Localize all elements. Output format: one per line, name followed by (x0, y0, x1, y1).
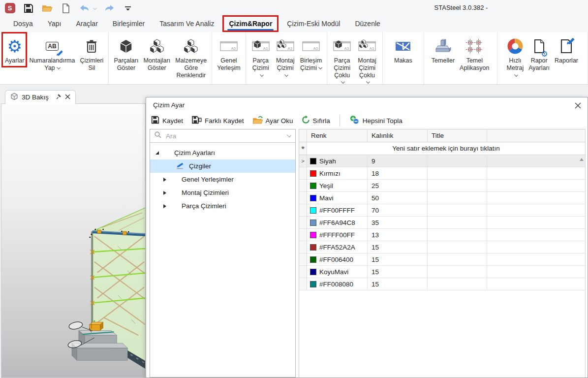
row-selector[interactable] (299, 253, 307, 265)
raporlar-button[interactable]: Raporlar (553, 34, 580, 65)
search-box[interactable] (150, 129, 295, 143)
app-logo-icon[interactable]: S (4, 2, 16, 14)
expander-open-icon[interactable] (155, 151, 159, 155)
farkli-kaydet-button[interactable]: Farklı Kaydet (191, 116, 244, 126)
column-header-renk[interactable]: Renk (307, 129, 368, 142)
montaj-cizimi-coklu-button[interactable]: A3 Montaj Çizimi Çoklu (355, 34, 379, 87)
a3-sheet-icon: A3 (302, 35, 320, 57)
parcalari-goster-button[interactable]: Parçaları Göster (112, 34, 140, 73)
ribbon-tab[interactable]: Araçlar (68, 16, 105, 32)
rapor-ayarlari-button[interactable]: ⚙ Rapor Ayarları (527, 34, 551, 73)
cizimleri-sil-button[interactable]: Çizimleri Sil (78, 34, 105, 73)
makas-button[interactable]: Makas (393, 34, 414, 65)
save-icon[interactable] (23, 2, 34, 14)
table-row[interactable]: #FFFF00FF 13 (299, 229, 585, 241)
tree-item-parca-cizimleri[interactable]: Parça Çizimleri (150, 199, 295, 213)
table-scrollbar-up-icon[interactable] (580, 158, 584, 161)
close-icon[interactable] (65, 94, 70, 101)
new-row[interactable]: Yeni satır eklemek için burayı tıklatın (299, 142, 585, 155)
hizli-metraj-button[interactable]: Hızlı Metraj (505, 34, 526, 80)
column-header-kalinlik[interactable]: Kalınlık (368, 129, 428, 142)
ribbon-tab[interactable]: Birleşimler (105, 16, 152, 32)
pin-icon[interactable] (56, 94, 62, 101)
parca-cizimi-coklu-button[interactable]: A3 Parça Çizimi Çoklu (331, 34, 353, 87)
table-row[interactable]: #FF006400 15 (299, 253, 585, 266)
title-cell (428, 278, 487, 290)
cube-a3-sheet-icon: A3 (332, 35, 352, 57)
customize-toolbar-icon[interactable] (122, 2, 134, 14)
montaj-cizimi-button[interactable]: A3 Montaj Çizimi (274, 34, 297, 80)
3d-viewport[interactable] (1, 103, 146, 378)
thickness-value: 25 (368, 182, 379, 189)
ribbon-tab[interactable]: Dosya (6, 16, 40, 32)
column-header-title[interactable]: Title (428, 129, 487, 142)
report-gear-icon: ⚙ (533, 35, 545, 57)
tab-3d-bakis[interactable]: 3D Bakış (5, 90, 76, 104)
temeller-button[interactable]: Temeller (430, 34, 456, 65)
ribbon-tab[interactable]: Yapı (40, 16, 69, 32)
row-selector[interactable] (299, 229, 307, 241)
row-selector[interactable] (299, 204, 307, 216)
undo-icon[interactable] (79, 2, 91, 14)
color-swatch (310, 244, 316, 251)
table-row[interactable]: #FF6A94C8 35 (299, 217, 585, 229)
montajlari-goster-button[interactable]: Montajları Göster (142, 34, 172, 73)
new-row-text[interactable]: Yeni satır eklemek için burayı tıklatın (307, 142, 585, 155)
temel-aplikasyon-button[interactable]: Temel Aplikasyon (458, 34, 491, 73)
row-selector[interactable] (299, 180, 307, 191)
ribbon-tab[interactable]: Çizim-Eski Modül (279, 16, 347, 32)
row-selector[interactable] (299, 192, 307, 204)
table-row[interactable]: Mavi 50 (299, 192, 585, 204)
expander-closed-icon[interactable] (163, 204, 166, 208)
ribbon-group-celik-cizim-tekli: A3 Parça Çizimi A3 Montaj Çizimi A3 Birl… (246, 32, 327, 84)
undo-dropdown-icon[interactable] (93, 5, 97, 9)
malzemeye-gore-renklendir-button[interactable]: Malzemeye Göre Renklendir (174, 34, 208, 80)
kaydet-button[interactable]: Kaydet (151, 116, 183, 126)
birlesim-cizimi-button[interactable]: A3 Birleşim Çizimi (299, 34, 323, 73)
empty-cell (487, 155, 585, 167)
ribbon-tab[interactable]: Tasarım Ve Analiz (152, 16, 221, 32)
redo-icon[interactable] (103, 2, 115, 14)
ribbon-tab[interactable]: Çizim&Rapor (221, 16, 279, 32)
table-row[interactable]: #FF008080 15 (299, 278, 585, 290)
row-selector[interactable] (299, 167, 307, 179)
row-selector[interactable] (299, 278, 307, 290)
title-cell (428, 229, 487, 241)
expander-closed-icon[interactable] (163, 191, 166, 195)
tree-item-cizgiler[interactable]: Çizgiler (150, 159, 295, 173)
table-row[interactable]: #FF00FFFF 70 (299, 204, 585, 217)
table-row[interactable]: KoyuMavi 15 (299, 266, 585, 278)
thickness-value: 50 (368, 194, 379, 202)
close-icon[interactable] (575, 102, 581, 111)
open-folder-icon[interactable] (41, 2, 53, 14)
numaralandirma-yap-button[interactable]: AB Numaralandırma Yap (28, 34, 76, 73)
row-selector[interactable] (299, 241, 307, 253)
table-row[interactable]: Siyah 9 (299, 155, 585, 167)
hepsini-topla-button[interactable]: Hepsini Topla (349, 115, 402, 126)
chevron-down-icon[interactable] (287, 133, 291, 137)
parca-cizimi-button[interactable]: A3 Parça Çizimi (249, 34, 272, 80)
sifirla-button[interactable]: Sıfırla (302, 116, 330, 126)
search-input[interactable] (166, 132, 283, 140)
ayar-oku-button[interactable]: Ayar Oku (252, 116, 293, 126)
ayarlar-button[interactable]: ⚙ Ayarlar (3, 34, 26, 65)
row-selector[interactable] (299, 266, 307, 278)
table-row[interactable]: #FFA52A2A 15 (299, 241, 585, 253)
cube-icon (119, 35, 133, 57)
row-selector[interactable] (299, 217, 307, 228)
table-row[interactable]: Kırmızı 18 (299, 167, 585, 180)
tree-item-genel-yerlesimler[interactable]: Genel Yerleşimler (150, 173, 295, 186)
ribbon-tab[interactable]: Düzenle (347, 16, 387, 32)
genel-yerlesim-button[interactable]: A3 Genel Yerleşim (216, 34, 242, 73)
tree-item-cizim-ayarlari[interactable]: Çizim Ayarları (150, 146, 295, 159)
expander-closed-icon[interactable] (163, 178, 166, 182)
ribbon-group-settings: ⚙ Ayarlar AB Numaralandırma Yap Çizimler… (0, 32, 109, 84)
new-document-icon[interactable] (60, 2, 72, 14)
row-selector[interactable] (299, 155, 307, 167)
color-name: #FF008080 (319, 281, 353, 288)
cubes-icon (183, 35, 199, 57)
color-swatch (310, 195, 316, 201)
table-row[interactable]: Yeşil 25 (299, 180, 585, 192)
tree-item-montaj-cizimleri[interactable]: Montaj Çizimleri (150, 186, 295, 199)
toolbar-separator (340, 115, 340, 126)
